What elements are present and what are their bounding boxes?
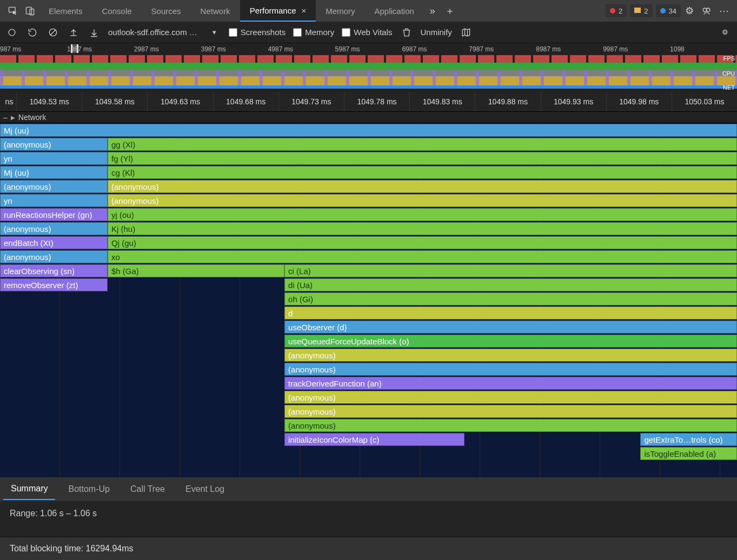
- tab-close-icon[interactable]: ×: [302, 6, 307, 15]
- tab-performance[interactable]: Performance×: [240, 0, 316, 22]
- screenshots-checkbox[interactable]: Screenshots: [229, 28, 285, 37]
- overview-cpu-strip: CPU: [0, 70, 737, 85]
- flame-bar[interactable]: (anonymous): [284, 363, 737, 376]
- flame-chart[interactable]: Mj (uu)(anonymous)gg (Xl)ynfg (Yl)Mj (uu…: [0, 123, 737, 477]
- devtools-tabbar: Elements Console Sources Network Perform…: [0, 0, 737, 22]
- flame-bar[interactable]: (anonymous): [284, 391, 737, 404]
- flame-bar[interactable]: (anonymous): [284, 349, 737, 362]
- tab-bottomup[interactable]: Bottom-Up: [61, 479, 117, 499]
- flame-bar[interactable]: (anonymous): [284, 419, 737, 432]
- url-dropdown-icon[interactable]: ▾: [208, 26, 221, 39]
- reload-icon[interactable]: [26, 26, 39, 39]
- tab-sources[interactable]: Sources: [142, 0, 191, 22]
- recording-url[interactable]: outlook-sdf.office.com …: [108, 28, 197, 37]
- flame-bar[interactable]: (anonymous): [0, 250, 108, 263]
- flame-bar[interactable]: isToggleEnabled (a): [640, 447, 737, 460]
- tab-summary[interactable]: Summary: [3, 478, 55, 500]
- perf-toolbar: outlook-sdf.office.com … ▾ Screenshots M…: [0, 22, 737, 43]
- kebab-icon[interactable]: ⋯: [715, 2, 733, 19]
- flame-bar[interactable]: getExtraTo…trols (co): [640, 433, 737, 446]
- download-icon[interactable]: [88, 26, 101, 39]
- tab-application[interactable]: Application: [364, 0, 423, 22]
- flame-bar[interactable]: clearObserving (sn): [0, 264, 108, 277]
- overview-net-strip: NET: [0, 85, 737, 89]
- flame-bar[interactable]: initializeIconColorMap (c): [284, 433, 464, 446]
- feedback-icon[interactable]: [698, 2, 715, 19]
- error-badge[interactable]: 2: [606, 4, 627, 17]
- tab-console[interactable]: Console: [92, 0, 142, 22]
- flame-bar[interactable]: Qj (gu): [108, 236, 737, 249]
- blocking-label: Total blocking time:: [10, 544, 83, 553]
- flame-bar[interactable]: Mj (uu): [0, 166, 108, 179]
- clear-icon[interactable]: [47, 26, 59, 39]
- flame-bar[interactable]: removeObserver (zt): [0, 278, 108, 291]
- range-value: 1.06 s – 1.06 s: [40, 509, 97, 518]
- upload-icon[interactable]: [67, 26, 80, 39]
- overview-frames-strip: [0, 63, 737, 70]
- more-tabs-icon[interactable]: »: [424, 2, 441, 19]
- overview-viewport-handle[interactable]: [71, 44, 78, 53]
- flame-bar[interactable]: fg (Yl): [108, 152, 737, 165]
- flame-bar[interactable]: (anonymous): [0, 138, 108, 151]
- flame-bar[interactable]: yn: [0, 194, 108, 207]
- settings-icon[interactable]: ⚙: [681, 2, 698, 19]
- flame-bar[interactable]: (anonymous): [0, 180, 108, 193]
- flame-bar[interactable]: yj (ou): [108, 208, 737, 221]
- flame-bar[interactable]: (anonymous): [108, 180, 737, 193]
- details-tabbar: Summary Bottom-Up Call Tree Event Log: [0, 477, 737, 501]
- new-tab-icon[interactable]: ＋: [441, 2, 459, 19]
- flame-bar[interactable]: d: [284, 306, 737, 319]
- inspect-icon[interactable]: [4, 2, 22, 19]
- range-label: Range:: [10, 509, 38, 518]
- flame-bar[interactable]: gg (Xl): [108, 138, 737, 151]
- flame-bar[interactable]: oh (Gi): [284, 292, 737, 305]
- tab-eventlog[interactable]: Event Log: [178, 479, 232, 499]
- flame-bar[interactable]: yn: [0, 152, 108, 165]
- flame-ruler[interactable]: ns1049.53 ms1049.58 ms 1049.63 ms1049.68…: [0, 92, 737, 111]
- flame-bar[interactable]: Mj (uu): [0, 124, 737, 137]
- tab-network[interactable]: Network: [191, 0, 240, 22]
- tab-elements[interactable]: Elements: [39, 0, 92, 22]
- flame-bar[interactable]: endBatch (Xt): [0, 236, 108, 249]
- info-badge[interactable]: 34: [656, 4, 681, 17]
- dash-icon: –: [3, 113, 8, 122]
- device-toggle-icon[interactable]: [22, 2, 39, 19]
- webvitals-checkbox[interactable]: Web Vitals: [342, 28, 392, 37]
- overview-timeline[interactable]: 987 ms1987 ms2987 ms 3987 ms4987 ms5987 …: [0, 43, 737, 92]
- summary-pane: Range: 1.06 s – 1.06 s: [0, 501, 737, 537]
- flame-bar[interactable]: Kj (hu): [108, 222, 737, 235]
- flame-bar[interactable]: (anonymous): [284, 405, 737, 418]
- trash-icon[interactable]: [400, 26, 413, 39]
- flame-bar[interactable]: useObserver (d): [284, 321, 737, 334]
- overview-fps-strip: FPS: [0, 55, 737, 63]
- memory-checkbox[interactable]: Memory: [293, 28, 334, 37]
- svg-rect-1: [26, 7, 32, 14]
- overview-ticks: 987 ms1987 ms2987 ms 3987 ms4987 ms5987 …: [0, 45, 737, 55]
- flame-bar[interactable]: useQueuedForceUpdateBlock (o): [284, 335, 737, 348]
- warning-badge[interactable]: 2: [630, 4, 652, 17]
- flame-bar[interactable]: (anonymous): [0, 222, 108, 235]
- map-icon[interactable]: [460, 26, 473, 39]
- flame-bar[interactable]: cg (Kl): [108, 166, 737, 179]
- blocking-value: 16294.94ms: [86, 544, 134, 553]
- tab-memory[interactable]: Memory: [316, 0, 364, 22]
- flame-bar[interactable]: (anonymous): [108, 194, 737, 207]
- record-icon[interactable]: [5, 26, 18, 39]
- flame-bar[interactable]: di (Ua): [284, 278, 737, 291]
- flame-bar[interactable]: runReactionsHelper (gn): [0, 208, 108, 221]
- flame-bar[interactable]: xo: [108, 250, 737, 263]
- flame-bar[interactable]: $h (Ga): [108, 264, 284, 277]
- flame-bar[interactable]: ci (La): [284, 264, 737, 277]
- collapse-arrow-icon[interactable]: ▶: [11, 115, 15, 121]
- flame-bar[interactable]: trackDerivedFunction (an): [284, 377, 737, 390]
- svg-point-5: [9, 29, 15, 36]
- tab-calltree[interactable]: Call Tree: [123, 479, 172, 499]
- network-track-header[interactable]: – ▶ Network: [0, 111, 737, 123]
- blocking-time-footer: Total blocking time: 16294.94ms: [0, 537, 737, 560]
- perf-settings-icon[interactable]: ⚙: [719, 26, 732, 39]
- unminify-button[interactable]: Unminify: [421, 28, 452, 37]
